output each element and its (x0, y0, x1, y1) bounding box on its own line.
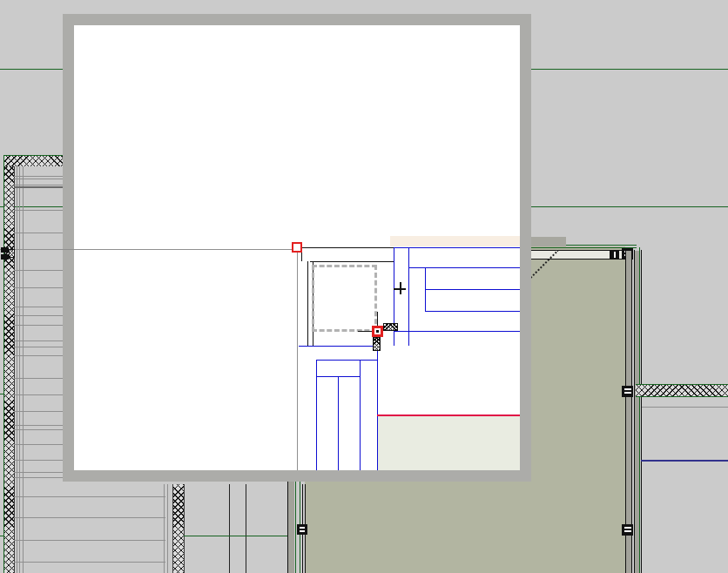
magnifier-window[interactable] (63, 14, 531, 482)
cad-application: { "canvas": {"width": 836, "height": 658… (0, 0, 728, 573)
